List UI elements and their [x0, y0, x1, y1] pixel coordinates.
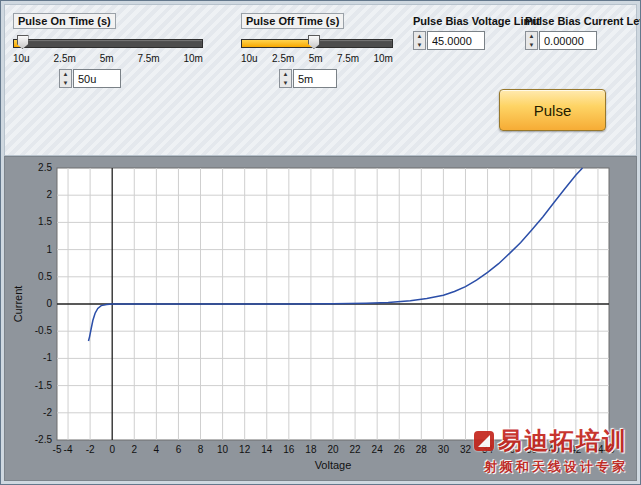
- bias-current-value-control: ▲ ▼: [525, 31, 635, 50]
- x-axis-title: Voltage: [315, 459, 352, 471]
- bias-voltage-value-control: ▲ ▼: [413, 31, 519, 50]
- x-tick-label: 38: [526, 444, 538, 455]
- x-tick-label: 22: [350, 444, 362, 455]
- x-tick-label: 42: [570, 444, 582, 455]
- y-tick-label: -1: [43, 352, 52, 363]
- scale-tick-label: 7.5m: [137, 53, 159, 64]
- bias-current-control: Pulse Bias Current Level ▲ ▼: [525, 15, 635, 50]
- x-tick-label: 26: [394, 444, 406, 455]
- y-tick-label: -0.5: [35, 325, 53, 336]
- iv-curve-chart: -5-4-20246810121416182022242628303234363…: [11, 162, 627, 476]
- x-tick-label: 12: [239, 444, 251, 455]
- x-tick-label: 20: [327, 444, 339, 455]
- x-tick-label: 0: [109, 444, 115, 455]
- scale-tick-label: 10u: [241, 53, 258, 64]
- x-tick-label: 44: [592, 444, 604, 455]
- scale-tick-label: 7.5m: [337, 53, 359, 64]
- y-tick-label: -2.5: [35, 434, 53, 445]
- pulse-off-spinner: ▲ ▼: [279, 69, 292, 88]
- iv-graph-panel: -5-4-20246810121416182022242628303234363…: [4, 156, 637, 481]
- scale-tick-label: 10m: [184, 53, 203, 64]
- x-tick-label: 6: [176, 444, 182, 455]
- bias-voltage-input[interactable]: [427, 31, 485, 50]
- pulse-on-time-label: Pulse On Time (s): [13, 13, 116, 29]
- slider-track[interactable]: [13, 39, 203, 48]
- front-panel-window: Pulse On Time (s) 10u2.5m5m7.5m10m ▲ ▼ P…: [0, 0, 641, 485]
- y-tick-label: 2.5: [38, 162, 52, 173]
- scale-tick-label: 10u: [13, 53, 30, 64]
- x-tick-label: 30: [438, 444, 450, 455]
- x-tick-label: 24: [372, 444, 384, 455]
- x-tick-label: 2: [131, 444, 137, 455]
- scale-tick-label: 10m: [374, 53, 393, 64]
- decrement-button[interactable]: ▼: [280, 79, 291, 88]
- pulse-on-time-control: Pulse On Time (s) 10u2.5m5m7.5m10m ▲ ▼: [13, 11, 203, 88]
- scale-tick-label: 5m: [309, 53, 323, 64]
- scale-tick-label: 2.5m: [272, 53, 294, 64]
- pulse-on-value-input[interactable]: [73, 69, 121, 88]
- scale-tick-label: 5m: [100, 53, 114, 64]
- pulse-off-time-control: Pulse Off Time (s) 10u2.5m5m7.5m10m ▲ ▼: [241, 11, 393, 88]
- y-axis-title: Current: [12, 286, 24, 323]
- y-tick-label: 2: [46, 189, 52, 200]
- bias-current-label: Pulse Bias Current Level: [525, 15, 635, 27]
- controls-panel: Pulse On Time (s) 10u2.5m5m7.5m10m ▲ ▼ P…: [4, 4, 637, 156]
- pulse-on-time-slider[interactable]: [13, 34, 203, 52]
- x-tick-label: -4: [64, 444, 73, 455]
- x-tick-label: -5: [53, 444, 62, 455]
- scale-tick-label: 2.5m: [54, 53, 76, 64]
- y-tick-label: -1.5: [35, 380, 53, 391]
- x-tick-label: 14: [261, 444, 273, 455]
- y-tick-label: 0.5: [38, 271, 52, 282]
- bias-voltage-spinner: ▲ ▼: [413, 31, 426, 50]
- y-tick-label: 1.5: [38, 216, 52, 227]
- x-tick-label: 40: [548, 444, 560, 455]
- slider-fill: [242, 40, 314, 47]
- x-tick-label: 8: [198, 444, 204, 455]
- decrement-button[interactable]: ▼: [526, 41, 537, 50]
- x-tick-label: 36: [504, 444, 516, 455]
- x-tick-label: 28: [416, 444, 428, 455]
- y-tick-label: 0: [46, 298, 52, 309]
- decrement-button[interactable]: ▼: [414, 41, 425, 50]
- pulse-on-spinner: ▲ ▼: [59, 69, 72, 88]
- decrement-button[interactable]: ▼: [60, 79, 71, 88]
- x-tick-label: 4: [154, 444, 160, 455]
- increment-button[interactable]: ▲: [60, 70, 71, 79]
- pulse-button[interactable]: Pulse: [499, 89, 606, 131]
- y-tick-label: -2: [43, 407, 52, 418]
- slider-scale: 10u2.5m5m7.5m10m: [13, 53, 203, 64]
- x-tick-label: 16: [283, 444, 295, 455]
- increment-button[interactable]: ▲: [526, 32, 537, 41]
- pulse-off-time-label: Pulse Off Time (s): [241, 13, 344, 29]
- x-tick-label: 10: [217, 444, 229, 455]
- bias-voltage-control: Pulse Bias Voltage Limit ▲ ▼: [413, 15, 519, 50]
- slider-scale: 10u2.5m5m7.5m10m: [241, 53, 393, 64]
- x-tick-label: 45: [603, 444, 615, 455]
- pulse-off-value-input[interactable]: [293, 69, 337, 88]
- pulse-on-value-control: ▲ ▼: [59, 69, 203, 88]
- x-tick-label: -2: [86, 444, 95, 455]
- y-tick-label: 1: [46, 244, 52, 255]
- pulse-off-value-control: ▲ ▼: [279, 69, 393, 88]
- bias-current-spinner: ▲ ▼: [525, 31, 538, 50]
- x-tick-label: 18: [305, 444, 317, 455]
- pulse-off-time-slider[interactable]: [241, 34, 393, 52]
- bias-voltage-label: Pulse Bias Voltage Limit: [413, 15, 519, 27]
- increment-button[interactable]: ▲: [414, 32, 425, 41]
- x-tick-label: 34: [482, 444, 494, 455]
- increment-button[interactable]: ▲: [280, 70, 291, 79]
- x-tick-label: 32: [460, 444, 472, 455]
- bias-current-input[interactable]: [539, 31, 597, 50]
